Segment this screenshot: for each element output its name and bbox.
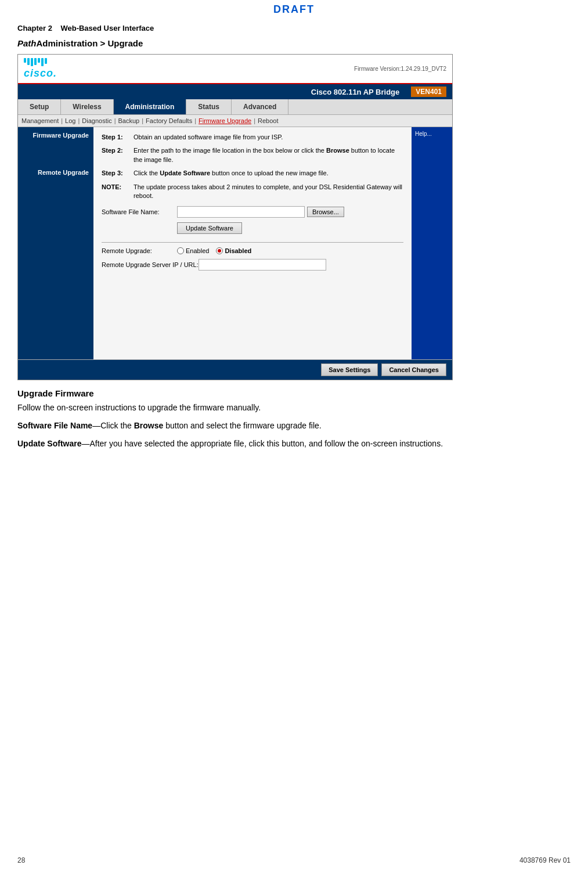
tab-advanced[interactable]: Advanced — [232, 99, 288, 114]
router-top-bar: cisco. Firmware Version:1.24.29.19_DVT2 — [18, 55, 452, 84]
subnav-log[interactable]: Log — [65, 117, 75, 124]
sidebar-remote-upgrade: Remote Upgrade — [18, 164, 93, 178]
page-footer: 28 4038769 Rev 01 — [0, 856, 588, 864]
remote-upgrade-radio-group: Enabled Disabled — [177, 247, 251, 254]
enabled-label: Enabled — [186, 247, 209, 254]
note-text: The update process takes about 2 minutes… — [134, 183, 403, 201]
update-software-rest: —After you have selected the appropriate… — [81, 439, 443, 448]
router-ui-screenshot: cisco. Firmware Version:1.24.29.19_DVT2 … — [17, 54, 453, 380]
software-file-input[interactable] — [177, 206, 305, 218]
step-2-text: Enter the path to the image file locatio… — [134, 146, 403, 164]
subnav-factory-defaults[interactable]: Factory Defaults — [146, 117, 192, 124]
remote-upgrade-disabled-option[interactable]: Disabled — [216, 247, 251, 254]
disabled-label: Disabled — [225, 247, 251, 254]
cisco-bar-4 — [34, 58, 37, 65]
browse-button[interactable]: Browse... — [307, 207, 344, 217]
path-label: Path — [17, 38, 37, 48]
tab-administration[interactable]: Administration — [114, 99, 187, 114]
software-file-row: Software File Name: Browse... — [102, 206, 403, 218]
doc-para-1: Follow the on-screen instructions to upg… — [17, 402, 571, 414]
product-name: Cisco 802.11n AP Bridge — [311, 88, 399, 96]
doc-ref: 4038769 Rev 01 — [520, 856, 571, 864]
sidebar-firmware-upgrade: Firmware Upgrade — [18, 127, 93, 141]
cisco-bar-7 — [45, 58, 47, 64]
cisco-bar-6 — [41, 58, 44, 66]
step-1-text: Obtain an updated software image file fr… — [134, 133, 403, 142]
page-number: 28 — [17, 856, 25, 864]
cisco-bar-2 — [27, 58, 30, 65]
radio-disabled-circle[interactable] — [216, 247, 223, 254]
product-model: VEN401 — [411, 86, 446, 97]
product-bar: Cisco 802.11n AP Bridge VEN401 — [18, 84, 452, 99]
cisco-logo: cisco. — [24, 58, 57, 80]
subnav-reboot[interactable]: Reboot — [258, 117, 278, 124]
radio-enabled-circle[interactable] — [177, 247, 184, 254]
path-value: Administration > Upgrade — [37, 38, 143, 48]
cisco-wordmark: cisco. — [24, 67, 57, 80]
remote-upgrade-row: Remote Upgrade: Enabled Disabled — [102, 247, 403, 254]
subnav-backup[interactable]: Backup — [118, 117, 140, 124]
step-3-text: Click the Update Software button once to… — [134, 169, 403, 178]
subnav-firmware-upgrade[interactable]: Firmware Upgrade — [199, 117, 251, 124]
step-2-label: Step 2: — [102, 146, 134, 164]
firmware-version: Firmware Version:1.24.29.19_DVT2 — [354, 66, 446, 72]
chapter-heading: Chapter 2 Web-Based User Interface — [0, 19, 588, 35]
doc-para-software-file: Software File Name—Click the Browse butt… — [17, 420, 571, 432]
save-settings-button[interactable]: Save Settings — [321, 363, 378, 376]
server-url-input[interactable] — [199, 259, 326, 271]
step-2-row: Step 2: Enter the path to the image file… — [102, 146, 403, 164]
cisco-bar-3 — [31, 58, 33, 66]
update-software-button[interactable]: Update Software — [177, 222, 242, 234]
help-text: Help... — [415, 131, 449, 137]
note-label: NOTE: — [102, 183, 134, 201]
software-file-name-bold: Software File Name — [17, 421, 92, 430]
update-software-row: Update Software — [177, 222, 403, 234]
section-divider — [102, 242, 403, 243]
nav-tabs: Setup Wireless Administration Status Adv… — [18, 99, 452, 115]
cisco-bar-1 — [24, 58, 26, 63]
subnav-diagnostic[interactable]: Diagnostic — [82, 117, 111, 124]
cisco-bar-5 — [38, 58, 40, 63]
doc-para-update-software: Update Software—After you have selected … — [17, 438, 571, 450]
path-line: PathAdministration > Upgrade — [0, 35, 588, 54]
subnav-management[interactable]: Management — [21, 117, 59, 124]
server-url-label: Remote Upgrade Server IP / URL: — [102, 261, 199, 268]
note-row: NOTE: The update process takes about 2 m… — [102, 183, 403, 201]
step-3-row: Step 3: Click the Update Software button… — [102, 169, 403, 178]
cisco-logo-bars — [24, 58, 47, 66]
router-sidebar: Firmware Upgrade Remote Upgrade — [18, 127, 93, 359]
help-panel: Help... — [412, 127, 452, 359]
software-file-label: Software File Name: — [102, 208, 177, 215]
step-1-row: Step 1: Obtain an updated software image… — [102, 133, 403, 142]
tab-setup[interactable]: Setup — [18, 99, 61, 114]
tab-status[interactable]: Status — [186, 99, 232, 114]
step-1-label: Step 1: — [102, 133, 134, 142]
remote-upgrade-label: Remote Upgrade: — [102, 247, 177, 254]
browse-bold: Browse — [134, 421, 164, 430]
server-url-row: Remote Upgrade Server IP / URL: — [102, 259, 403, 271]
cancel-changes-button[interactable]: Cancel Changes — [381, 363, 446, 376]
software-file-name-dash: —Click the — [92, 421, 134, 430]
tab-wireless[interactable]: Wireless — [61, 99, 113, 114]
router-content: Step 1: Obtain an updated software image… — [93, 127, 412, 359]
step-3-label: Step 3: — [102, 169, 134, 178]
draft-label: DRAFT — [273, 3, 315, 15]
draft-watermark: DRAFT — [0, 0, 588, 19]
doc-section: Upgrade Firmware Follow the on-screen in… — [0, 380, 588, 460]
chapter-title: Web-Based User Interface — [60, 24, 154, 33]
upgrade-firmware-heading: Upgrade Firmware — [17, 388, 571, 398]
software-file-name-end: button and select the firmware upgrade f… — [163, 421, 321, 430]
remote-upgrade-enabled-option[interactable]: Enabled — [177, 247, 209, 254]
chapter-label: Chapter 2 — [17, 24, 52, 33]
update-software-bold: Update Software — [17, 439, 81, 448]
router-main: Firmware Upgrade Remote Upgrade Step 1: … — [18, 127, 452, 359]
sub-nav: Management | Log | Diagnostic | Backup |… — [18, 115, 452, 127]
router-bottom-bar: Save Settings Cancel Changes — [18, 359, 452, 380]
